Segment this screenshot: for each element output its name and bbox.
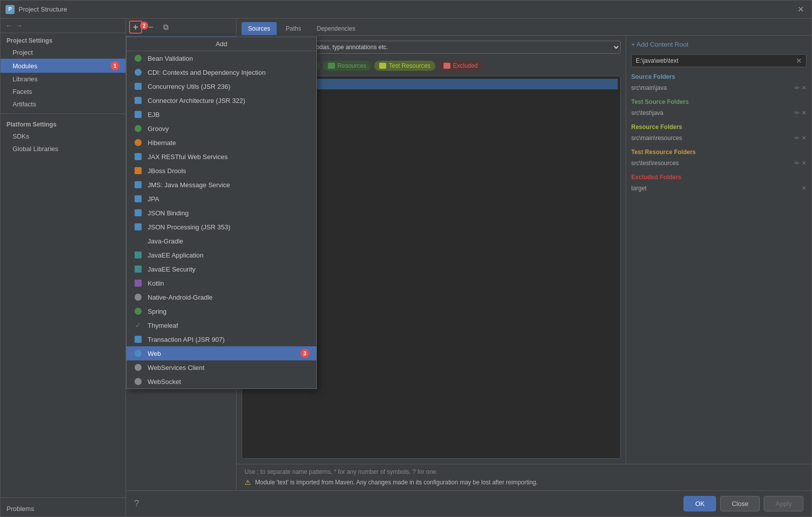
dropdown-item-icon-groovy	[134, 124, 143, 133]
test-source-folders-title: Test Source Folders	[631, 98, 806, 105]
dropdown-item-label-kotlin: Kotlin	[148, 280, 164, 287]
remove-resource-folder-0[interactable]: ✕	[801, 135, 806, 142]
dropdown-item-json-processing[interactable]: JSON Processing (JSR 353)	[127, 220, 316, 234]
dropdown-item-badge-web: 3	[300, 349, 309, 358]
dropdown-item-concurrency[interactable]: Concurrency Utils (JSR 236)	[127, 79, 316, 93]
sidebar-item-problems[interactable]: Problems	[1, 501, 126, 516]
ok-button[interactable]: OK	[683, 496, 716, 511]
dropdown-item-icon-cdi	[134, 68, 143, 77]
dropdown-item-label-cdi: CDI: Contexts and Dependency Injection	[148, 69, 266, 76]
language-level-select[interactable]: 8 - Lambdas, type annotations etc.	[289, 41, 621, 54]
content-root-close[interactable]: ✕	[796, 57, 802, 65]
folder-tab-resources[interactable]: Resources	[323, 61, 371, 71]
close-button-main[interactable]: Close	[720, 496, 760, 511]
dropdown-item-javaee-security[interactable]: JavaEE Security	[127, 262, 316, 276]
footer-hint: Use ; to separate name patterns, * for a…	[245, 468, 803, 475]
sidebar-item-global-libraries[interactable]: Global Libraries	[1, 143, 126, 155]
dropdown-item-icon-jax-restful	[134, 152, 143, 161]
dropdown-item-label-java-gradle: Java-Gradle	[148, 237, 183, 245]
dropdown-item-icon-native-android	[134, 293, 143, 302]
dropdown-item-label-javaee-security: JavaEE Security	[148, 266, 195, 273]
dropdown-item-label-webservices-client: WebServices Client	[148, 364, 204, 371]
content-area: ← → Project Settings Project Modules 1 L…	[1, 19, 811, 516]
resource-folders-title: Resource Folders	[631, 123, 806, 131]
forward-arrow[interactable]: →	[16, 22, 23, 30]
help-button[interactable]: ?	[134, 498, 139, 509]
button-bar: ? OK Close Apply	[126, 490, 811, 516]
dropdown-item-websocket[interactable]: WebSocket	[127, 374, 316, 389]
remove-source-folder-0[interactable]: ✕	[801, 84, 806, 91]
dropdown-item-label-groovy: Groovy	[148, 125, 169, 133]
source-folders-section: Source Folders src\main\java ✏ ✕	[631, 73, 806, 92]
dropdown-item-web[interactable]: Web3	[127, 346, 316, 360]
dropdown-item-jboss-drools[interactable]: JBoss Drools	[127, 164, 316, 178]
edit-resource-folder-0[interactable]: ✏	[794, 135, 799, 142]
dropdown-item-jms[interactable]: JMS: Java Message Service	[127, 178, 316, 192]
dropdown-item-icon-spring	[134, 307, 143, 316]
dropdown-item-icon-websocket	[134, 377, 143, 386]
dropdown-item-ejb[interactable]: EJB	[127, 107, 316, 121]
dropdown-item-javaee-app[interactable]: JavaEE Application	[127, 248, 316, 262]
add-content-root-button[interactable]: + Add Content Root	[631, 41, 806, 48]
dropdown-item-icon-bean-validation	[134, 54, 143, 63]
apply-button[interactable]: Apply	[764, 496, 803, 511]
module-content: + 2 − ⧉ Add Bean ValidationCDI: Contexts…	[126, 19, 811, 490]
tab-dependencies[interactable]: Dependencies	[310, 22, 362, 35]
add-dropdown-popup: Add Bean ValidationCDI: Contexts and Dep…	[126, 37, 317, 389]
test-resource-folder-actions-0: ✏ ✕	[794, 160, 806, 167]
resource-folder-entry-0: src\main\resources ✏ ✕	[631, 134, 806, 143]
dropdown-item-hibernate[interactable]: Hibernate	[127, 136, 316, 150]
dropdown-item-thymeleaf[interactable]: ✓Thymeleaf	[127, 318, 316, 332]
dropdown-item-native-android[interactable]: Native-Android-Gradle	[127, 290, 316, 304]
test-resource-folder-entry-0: src\test\resources ✏ ✕	[631, 159, 806, 168]
dropdown-item-label-native-android: Native-Android-Gradle	[148, 294, 212, 301]
dropdown-item-kotlin[interactable]: Kotlin	[127, 276, 316, 290]
sidebar-item-artifacts[interactable]: Artifacts	[1, 98, 126, 110]
dropdown-item-label-websocket: WebSocket	[148, 378, 181, 385]
dropdown-item-spring[interactable]: Spring	[127, 304, 316, 318]
sources-content: Language level: 8 - Lambdas, type annota…	[237, 36, 811, 464]
dropdown-item-jpa[interactable]: JPA	[127, 192, 316, 206]
sidebar-divider	[1, 113, 126, 114]
dropdown-item-connector[interactable]: Connector Architecture (JSR 322)	[127, 93, 316, 107]
edit-test-resource-folder-0[interactable]: ✏	[794, 160, 799, 167]
edit-source-folder-0[interactable]: ✏	[794, 84, 799, 91]
folder-tab-excluded[interactable]: Excluded	[438, 61, 483, 71]
dropdown-item-groovy[interactable]: Groovy	[127, 121, 316, 136]
sidebar-divider-2	[1, 497, 126, 498]
dropdown-item-icon-jms	[134, 180, 143, 189]
dropdown-item-icon-hibernate	[134, 138, 143, 147]
sidebar-item-libraries[interactable]: Libraries	[1, 73, 126, 85]
test-resource-folders-title: Test Resource Folders	[631, 149, 806, 156]
dropdown-item-bean-validation[interactable]: Bean Validation	[127, 51, 316, 65]
tab-paths[interactable]: Paths	[279, 22, 308, 35]
footer: Use ; to separate name patterns, * for a…	[237, 464, 811, 490]
excluded-folders-section: Excluded Folders target ✕	[631, 174, 806, 193]
dropdown-item-jax-restful[interactable]: JAX RESTful Web Services	[127, 150, 316, 164]
copy-module-button[interactable]: ⧉	[159, 21, 172, 34]
sidebar-item-facets[interactable]: Facets	[1, 85, 126, 98]
remove-test-resource-folder-0[interactable]: ✕	[801, 160, 806, 167]
folder-tab-test-resources[interactable]: Test Resources	[374, 61, 435, 71]
dropdown-item-label-jpa: JPA	[148, 195, 159, 203]
dropdown-item-json-binding[interactable]: JSON Binding	[127, 206, 316, 220]
remove-excluded-folder-0[interactable]: ✕	[801, 185, 806, 192]
dropdown-item-java-gradle[interactable]: Java-Gradle	[127, 234, 316, 248]
dropdown-item-icon-jboss-drools	[134, 166, 143, 175]
tab-sources[interactable]: Sources	[242, 22, 277, 35]
edit-test-source-folder-0[interactable]: ✏	[794, 109, 799, 116]
dropdown-item-icon-ejb	[134, 110, 143, 119]
sidebar-item-project[interactable]: Project	[1, 46, 126, 59]
dropdown-item-cdi[interactable]: CDI: Contexts and Dependency Injection	[127, 65, 316, 79]
close-button[interactable]: ✕	[794, 4, 806, 16]
back-arrow[interactable]: ←	[6, 22, 13, 30]
remove-test-source-folder-0[interactable]: ✕	[801, 109, 806, 116]
app-icon: P	[6, 5, 15, 14]
sidebar-item-sdks[interactable]: SDKs	[1, 130, 126, 143]
dropdown-item-transaction[interactable]: Transaction API (JSR 907)	[127, 332, 316, 346]
dropdown-item-webservices-client[interactable]: WebServices Client	[127, 360, 316, 374]
sidebar-item-modules[interactable]: Modules 1	[1, 59, 126, 73]
test-resource-folders-section: Test Resource Folders src\test\resources…	[631, 149, 806, 168]
platform-settings-header: Platform Settings	[1, 117, 126, 130]
dropdown-item-icon-javaee-security	[134, 265, 143, 274]
